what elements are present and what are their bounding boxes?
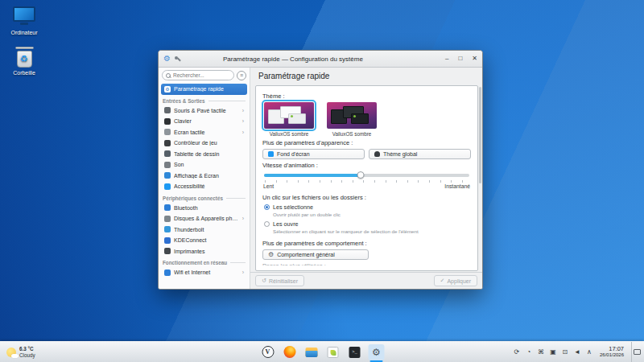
sidebar-item-disques-appareils-photo[interactable]: Disques & Appareils photo› — [161, 213, 247, 224]
footer-bar: ↺ Réinitialiser ✓ Appliquer — [250, 272, 482, 289]
sidebar-item-label: Contrôleur de jeu — [174, 140, 244, 146]
sidebar-item--cran-tactile[interactable]: Écran tactile› — [161, 127, 247, 138]
sidebar-item-souris-pav-tactile[interactable]: Souris & Pavé tactile› — [161, 105, 247, 117]
chevron-right-icon: › — [242, 108, 244, 113]
theme-option-dark[interactable]: VailuxOS sombre — [325, 102, 378, 137]
radio-option-select[interactable]: Les sélectionne Ouvrir plutôt par un dou… — [264, 204, 471, 219]
folder-icon — [305, 348, 317, 357]
radio-label: Les ouvre — [273, 220, 419, 228]
radio-subtitle: Ouvrir plutôt par un double clic — [273, 212, 341, 217]
show-desktop-button[interactable] — [631, 342, 642, 362]
app-launcher-button[interactable]: V — [260, 344, 276, 360]
display-icon — [164, 172, 171, 179]
content-scrollbar[interactable] — [479, 87, 482, 183]
radio-icon[interactable] — [264, 221, 270, 227]
thunderbolt-icon — [164, 226, 171, 232]
sidebar-item-clavier[interactable]: Clavier› — [161, 116, 247, 127]
sidebar-item-imprimantes[interactable]: Imprimantes — [161, 246, 247, 257]
trash-icon: ♻ — [12, 47, 36, 68]
apply-button[interactable]: ✓ Appliquer — [434, 275, 477, 286]
desktop-icon-label: Corbeille — [3, 70, 45, 76]
firefox-button[interactable] — [282, 344, 298, 360]
global-theme-button-label: Thème global — [383, 151, 417, 157]
file-manager-button[interactable] — [303, 344, 320, 360]
sidebar-nav: ⚙Paramétrage rapideEntrées & SortiesSour… — [159, 83, 250, 289]
global-theme-button[interactable]: Thème global — [369, 149, 471, 159]
slider-handle[interactable] — [357, 171, 364, 179]
desktop-icon-computer[interactable]: Ordinateur — [3, 6, 45, 35]
sidebar-section-header: Fonctionnement en réseau — [163, 260, 246, 265]
system-tray: ⟳◔⌘▣⊡◄∧ 17:07 26/01/2026 — [513, 342, 644, 362]
sidebar-item-affichage-cran[interactable]: Affichage & Écran — [161, 171, 247, 182]
sidebar-item-tablette-de-dessin[interactable]: Tablette de dessin — [161, 149, 247, 160]
volume-icon[interactable]: ◄ — [573, 348, 581, 356]
sidebar-item-label: Bluetooth — [174, 205, 244, 211]
menu-button[interactable]: ≡ — [237, 71, 246, 80]
reset-button[interactable]: ↺ Réinitialiser — [255, 275, 304, 286]
expand-tray-icon[interactable]: ∧ — [585, 348, 593, 356]
sidebar-item-label: Clavier — [174, 118, 239, 124]
titlebar[interactable]: ⚙ Paramétrage rapide — Configuration du … — [159, 51, 482, 68]
main-panel: Paramétrage rapide Thème : VailuxOS somb… — [250, 68, 482, 289]
undo-icon: ↺ — [262, 278, 266, 284]
wallpaper-button[interactable]: Fond d'écran — [262, 149, 365, 159]
desktop-icon-trash[interactable]: ♻ Corbeille — [3, 47, 45, 76]
animation-label: Vitesse d'animation : — [262, 162, 471, 169]
sidebar-item-kdeconnect[interactable]: KDEConnect — [161, 235, 247, 246]
sidebar-section-header: Périphériques connectés — [163, 195, 246, 201]
maximize-button[interactable]: □ — [458, 56, 462, 62]
sidebar-item-thunderbolt[interactable]: Thunderbolt — [161, 224, 247, 236]
camera-icon — [164, 216, 171, 222]
sidebar: ≡ ⚙Paramétrage rapideEntrées & SortiesSo… — [159, 68, 250, 289]
sidebar-item-label: Wifi et Internet — [174, 269, 239, 275]
search-field[interactable] — [162, 70, 234, 80]
slider-label-fast: Instantané — [444, 183, 470, 189]
radio-icon[interactable] — [264, 204, 270, 210]
search-input[interactable] — [173, 72, 230, 78]
sidebar-item-contr-leur-de-jeu[interactable]: Contrôleur de jeu — [161, 138, 247, 149]
click-behavior-label: Un clic sur les fichiers ou les dossiers… — [262, 194, 471, 201]
animation-speed-slider[interactable] — [264, 171, 469, 179]
sidebar-item-wifi-et-internet[interactable]: Wifi et Internet› — [161, 267, 247, 278]
page-title: Paramétrage rapide — [250, 68, 482, 84]
close-button[interactable]: ✕ — [472, 56, 477, 62]
chevron-right-icon: › — [242, 130, 244, 135]
disc-burn-icon[interactable]: ◔ — [525, 348, 533, 356]
sidebar-item-label: KDEConnect — [174, 237, 244, 243]
sidebar-item-label: Écran tactile — [174, 130, 239, 135]
trash-lid — [15, 47, 34, 49]
global-theme-icon — [374, 151, 380, 157]
sidebar-item-label: Thunderbolt — [174, 227, 244, 232]
weather-temp: 6.3 °C — [19, 346, 35, 352]
theme-name: VailuxOS sombre — [325, 131, 378, 137]
radio-option-open[interactable]: Les ouvre Sélectionner en cliquant sur l… — [264, 220, 471, 236]
clipboard-icon[interactable]: ▣ — [549, 348, 557, 356]
drawing-tablet-icon — [164, 150, 171, 157]
sidebar-item-label: Imprimantes — [174, 249, 244, 254]
text-editor-button[interactable] — [325, 344, 341, 360]
sidebar-item-accessibilit-[interactable]: Accessibilité — [161, 181, 247, 192]
digital-clock[interactable]: 17:07 26/01/2026 — [600, 346, 624, 358]
apply-button-label: Appliquer — [447, 278, 471, 284]
display-config-icon[interactable]: ⊡ — [561, 348, 569, 356]
theme-option-light[interactable]: VailuxOS sombre — [262, 102, 316, 137]
clock-date: 26/01/2026 — [600, 352, 624, 358]
system-settings-button[interactable]: ⚙ — [369, 344, 385, 360]
chevron-right-icon: › — [242, 118, 244, 124]
weather-widget[interactable]: 6.3 °C Cloudy — [0, 346, 42, 357]
preview-dot — [291, 115, 293, 117]
klipper-icon[interactable]: ⌘ — [537, 348, 545, 356]
kdeconnect-icon — [164, 237, 171, 244]
pin-icon[interactable] — [174, 56, 181, 63]
night-color-icon[interactable]: ⟳ — [513, 348, 521, 356]
minimize-button[interactable]: – — [445, 56, 448, 62]
sidebar-item-son[interactable]: Son — [161, 159, 247, 171]
general-behavior-button[interactable]: ⚙ Comportement général — [262, 249, 369, 260]
terminal-button[interactable]: >_ — [347, 344, 363, 360]
firefox-icon — [283, 346, 295, 358]
sidebar-item-param-trage-rapide[interactable]: ⚙Paramétrage rapide — [161, 84, 247, 95]
terminal-icon: >_ — [349, 347, 361, 358]
sidebar-item-bluetooth[interactable]: Bluetooth — [161, 203, 247, 214]
system-settings-window: ⚙ Paramétrage rapide — Configuration du … — [158, 50, 483, 290]
chevron-right-icon: › — [242, 269, 244, 275]
